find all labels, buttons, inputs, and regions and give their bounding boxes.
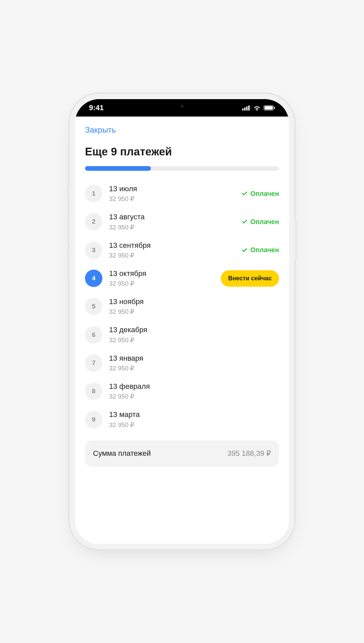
summary-label: Сумма платежей bbox=[93, 449, 151, 458]
payment-amount: 32 950 ₽ bbox=[109, 308, 279, 315]
status-paid: Оплачен bbox=[242, 246, 279, 254]
payment-info: 13 марта32 950 ₽ bbox=[109, 410, 279, 428]
payment-info: 13 октября32 950 ₽ bbox=[109, 269, 214, 287]
payment-info: 13 января32 950 ₽ bbox=[109, 354, 279, 372]
svg-rect-1 bbox=[244, 108, 246, 111]
payment-row[interactable]: 613 декабря32 950 ₽ bbox=[85, 320, 279, 349]
page-title: Еще 9 платежей bbox=[75, 135, 289, 165]
status-time: 9:41 bbox=[89, 103, 104, 112]
svg-rect-0 bbox=[242, 109, 244, 111]
status-icons bbox=[242, 105, 275, 111]
payment-date: 13 июля bbox=[109, 185, 235, 193]
close-button[interactable]: Закрыть bbox=[85, 125, 116, 135]
payments-list: 113 июля32 950 ₽Оплачен213 августа32 950… bbox=[75, 177, 289, 434]
battery-icon bbox=[264, 105, 275, 111]
payment-info: 13 августа32 950 ₽ bbox=[109, 213, 235, 231]
progress-fill bbox=[85, 166, 151, 171]
status-paid-label: Оплачен bbox=[250, 190, 279, 198]
screen: 9:41 Закрыть Еще 9 платежей 113 июля32 9… bbox=[75, 99, 289, 544]
payment-amount: 32 950 ₽ bbox=[109, 336, 279, 344]
payment-row[interactable]: 813 февраля32 950 ₽ bbox=[85, 377, 279, 405]
status-paid: Оплачен bbox=[242, 218, 279, 226]
status-paid-label: Оплачен bbox=[250, 246, 279, 254]
payment-row[interactable]: 113 июля32 950 ₽Оплачен bbox=[85, 180, 279, 208]
payment-number: 2 bbox=[85, 213, 102, 230]
svg-rect-2 bbox=[246, 106, 248, 111]
volume-down-button bbox=[67, 250, 70, 280]
progress-bar bbox=[85, 166, 279, 171]
payment-info: 13 ноября32 950 ₽ bbox=[109, 297, 279, 315]
check-icon bbox=[242, 191, 248, 197]
power-button bbox=[294, 220, 297, 260]
payment-number: 8 bbox=[85, 382, 102, 400]
payment-row[interactable]: 913 марта32 950 ₽ bbox=[85, 405, 279, 433]
svg-rect-6 bbox=[274, 107, 275, 109]
payment-amount: 32 950 ₽ bbox=[109, 280, 214, 287]
payment-amount: 32 950 ₽ bbox=[109, 421, 279, 429]
payment-date: 13 января bbox=[109, 354, 279, 362]
payment-number: 7 bbox=[85, 354, 102, 372]
notch bbox=[133, 99, 231, 113]
payment-row[interactable]: 413 октября32 950 ₽Внести сейчас bbox=[85, 264, 279, 292]
volume-up-button bbox=[67, 213, 70, 243]
payment-info: 13 декабря32 950 ₽ bbox=[109, 326, 279, 344]
svg-rect-5 bbox=[265, 106, 273, 110]
mute-switch bbox=[67, 186, 70, 202]
summary-row: Сумма платежей 395 188,39 ₽ bbox=[85, 440, 279, 467]
payment-number: 3 bbox=[85, 241, 102, 259]
pay-now-button[interactable]: Внести сейчас bbox=[221, 270, 279, 287]
payment-date: 13 февраля bbox=[109, 382, 279, 390]
svg-rect-3 bbox=[248, 105, 250, 111]
summary-value: 395 188,39 ₽ bbox=[227, 449, 271, 458]
payment-row[interactable]: 313 сентября32 950 ₽Оплачен bbox=[85, 236, 279, 264]
payment-info: 13 февраля32 950 ₽ bbox=[109, 382, 279, 400]
status-paid: Оплачен bbox=[242, 190, 279, 198]
check-icon bbox=[242, 247, 248, 253]
payment-date: 13 марта bbox=[109, 410, 279, 419]
payment-row[interactable]: 713 января32 950 ₽ bbox=[85, 349, 279, 377]
payment-info: 13 июля32 950 ₽ bbox=[109, 185, 235, 203]
payment-date: 13 октября bbox=[109, 269, 214, 278]
payment-amount: 32 950 ₽ bbox=[109, 195, 235, 203]
wifi-icon bbox=[253, 105, 261, 111]
payment-amount: 32 950 ₽ bbox=[109, 252, 235, 259]
payment-row[interactable]: 513 ноября32 950 ₽ bbox=[85, 292, 279, 320]
payment-number: 5 bbox=[85, 298, 102, 315]
payment-date: 13 декабря bbox=[109, 326, 279, 334]
check-icon bbox=[242, 219, 248, 225]
payment-number: 9 bbox=[85, 411, 102, 428]
payment-number: 1 bbox=[85, 185, 102, 202]
page-card: 9:41 Закрыть Еще 9 платежей 113 июля32 9… bbox=[41, 86, 323, 557]
payment-info: 13 сентября32 950 ₽ bbox=[109, 241, 235, 259]
payment-number: 4 bbox=[85, 270, 102, 287]
payment-row[interactable]: 213 августа32 950 ₽Оплачен bbox=[85, 208, 279, 236]
payment-amount: 32 950 ₽ bbox=[109, 392, 279, 400]
nav-bar: Закрыть bbox=[75, 117, 289, 135]
status-paid-label: Оплачен bbox=[250, 218, 279, 226]
payment-date: 13 сентября bbox=[109, 241, 235, 249]
phone-frame: 9:41 Закрыть Еще 9 платежей 113 июля32 9… bbox=[75, 99, 289, 544]
payment-date: 13 августа bbox=[109, 213, 235, 221]
payment-number: 6 bbox=[85, 326, 102, 344]
payment-amount: 32 950 ₽ bbox=[109, 223, 235, 231]
cellular-icon bbox=[242, 105, 250, 111]
payment-amount: 32 950 ₽ bbox=[109, 364, 279, 372]
payment-date: 13 ноября bbox=[109, 297, 279, 306]
